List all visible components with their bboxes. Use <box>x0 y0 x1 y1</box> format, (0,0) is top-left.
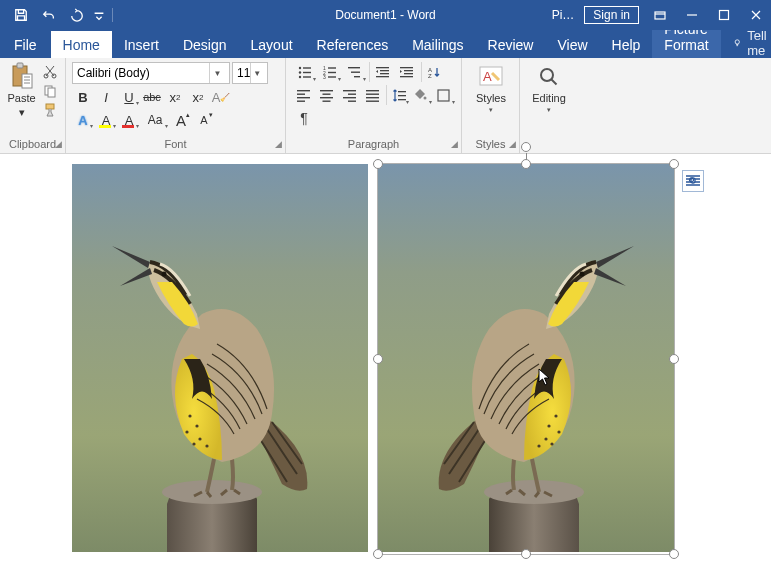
tab-file[interactable]: File <box>0 31 51 58</box>
maximize-icon[interactable] <box>713 4 735 26</box>
resize-handle-ml[interactable] <box>373 354 383 364</box>
editing-label: Editing <box>532 92 566 104</box>
resize-handle-br[interactable] <box>669 549 679 559</box>
resize-handle-bm[interactable] <box>521 549 531 559</box>
subscript-button[interactable]: x2 <box>164 87 186 107</box>
svg-rect-49 <box>348 100 356 101</box>
svg-point-77 <box>537 444 540 447</box>
increase-indent-button[interactable] <box>394 62 418 82</box>
copy-button[interactable] <box>41 83 59 99</box>
svg-point-64 <box>188 414 191 417</box>
document-area[interactable] <box>0 154 771 564</box>
sort-button[interactable]: AZ <box>421 62 445 82</box>
rotate-handle[interactable] <box>521 142 531 152</box>
svg-rect-12 <box>46 104 54 109</box>
paste-button[interactable]: Paste ▾ <box>6 62 37 119</box>
resize-handle-tl[interactable] <box>373 159 383 169</box>
chevron-down-icon[interactable]: ▼ <box>250 63 263 83</box>
show-hide-button[interactable]: ¶ <box>292 108 316 128</box>
tab-layout[interactable]: Layout <box>239 31 305 58</box>
font-name-combo[interactable]: Calibri (Body) ▼ <box>72 62 230 84</box>
svg-rect-29 <box>380 70 389 71</box>
svg-point-68 <box>205 444 208 447</box>
decrease-indent-button[interactable] <box>369 62 393 82</box>
svg-rect-52 <box>366 97 379 98</box>
svg-point-15 <box>298 71 300 73</box>
sign-in-button[interactable]: Sign in <box>584 6 639 24</box>
clipboard-dialog-launcher[interactable]: ◢ <box>55 139 62 149</box>
svg-rect-25 <box>348 67 360 68</box>
layout-options-button[interactable] <box>682 170 704 192</box>
redo-icon[interactable] <box>64 2 90 28</box>
group-styles: A Styles ▾ Styles ◢ <box>462 58 520 153</box>
undo-icon[interactable] <box>36 2 62 28</box>
tell-me-search[interactable]: Tell me <box>721 28 771 58</box>
document-canvas <box>72 164 674 554</box>
resize-handle-tr[interactable] <box>669 159 679 169</box>
align-center-button[interactable] <box>315 85 337 105</box>
format-painter-button[interactable] <box>41 102 59 118</box>
styles-dialog-launcher[interactable]: ◢ <box>509 139 516 149</box>
styles-button[interactable]: A Styles ▾ <box>468 62 514 114</box>
justify-button[interactable] <box>361 85 383 105</box>
bold-button[interactable]: B <box>72 87 94 107</box>
grow-font-button[interactable]: A▴ <box>170 110 192 130</box>
tab-view[interactable]: View <box>545 31 599 58</box>
chevron-down-icon[interactable]: ▼ <box>209 63 225 83</box>
shrink-font-button[interactable]: A▾ <box>193 110 215 130</box>
resize-handle-bl[interactable] <box>373 549 383 559</box>
superscript-button[interactable]: x2 <box>187 87 209 107</box>
font-size-combo[interactable]: 11 ▼ <box>232 62 268 84</box>
svg-text:A: A <box>483 69 492 84</box>
line-spacing-button[interactable]: ▾ <box>386 85 408 105</box>
svg-rect-54 <box>398 91 406 92</box>
tab-insert[interactable]: Insert <box>112 31 171 58</box>
cut-button[interactable] <box>41 64 59 80</box>
picture-2-selected[interactable] <box>378 164 674 554</box>
tab-help[interactable]: Help <box>600 31 653 58</box>
text-effects-button[interactable]: A▾ <box>72 110 94 130</box>
borders-button[interactable]: ▾ <box>433 85 455 105</box>
strikethrough-button[interactable]: abc <box>141 87 163 107</box>
align-left-button[interactable] <box>292 85 314 105</box>
resize-handle-mr[interactable] <box>669 354 679 364</box>
tab-references[interactable]: References <box>305 31 401 58</box>
svg-point-66 <box>185 430 188 433</box>
clear-formatting-button[interactable]: A🧹 <box>210 87 232 107</box>
group-editing: Editing ▾ <box>520 58 578 153</box>
italic-button[interactable]: I <box>95 87 117 107</box>
save-icon[interactable] <box>8 2 34 28</box>
svg-point-61 <box>541 69 553 81</box>
layout-options-icon <box>685 174 701 188</box>
svg-rect-44 <box>320 97 333 98</box>
underline-button[interactable]: U▾ <box>118 87 140 107</box>
shading-button[interactable]: ▾ <box>410 85 432 105</box>
tab-review[interactable]: Review <box>476 31 546 58</box>
tab-mailings[interactable]: Mailings <box>400 31 475 58</box>
title-bar: Document1 - Word Pi… Sign in <box>0 0 771 30</box>
context-tab-group-label: Pi… <box>552 8 575 22</box>
svg-rect-22 <box>328 71 336 72</box>
change-case-button[interactable]: Aa▾ <box>141 110 169 130</box>
align-right-button[interactable] <box>338 85 360 105</box>
bullets-button[interactable]: ▾ <box>292 62 316 82</box>
svg-point-73 <box>554 414 557 417</box>
tab-design[interactable]: Design <box>171 31 239 58</box>
minimize-icon[interactable] <box>681 4 703 26</box>
paragraph-dialog-launcher[interactable]: ◢ <box>451 139 458 149</box>
tab-home[interactable]: Home <box>51 31 112 58</box>
ribbon-display-options-icon[interactable] <box>649 4 671 26</box>
ribbon: Paste ▾ Clipboard ◢ Calibri (Body) ▼ 11 … <box>0 58 771 154</box>
svg-rect-24 <box>328 76 336 77</box>
picture-1[interactable] <box>72 164 368 554</box>
font-dialog-launcher[interactable]: ◢ <box>275 139 282 149</box>
editing-button[interactable]: Editing ▾ <box>526 62 572 114</box>
font-color-button[interactable]: A▾ <box>118 110 140 130</box>
close-icon[interactable] <box>745 4 767 26</box>
multilevel-list-button[interactable]: ▾ <box>342 62 366 82</box>
numbering-button[interactable]: 123▾ <box>317 62 341 82</box>
highlight-color-button[interactable]: A▾ <box>95 110 117 130</box>
qat-customize-icon[interactable] <box>92 2 106 28</box>
group-paragraph: ▾ 123▾ ▾ AZ ▾ ▾ ▾ ¶ Paragraph ◢ <box>286 58 462 153</box>
resize-handle-tm[interactable] <box>521 159 531 169</box>
